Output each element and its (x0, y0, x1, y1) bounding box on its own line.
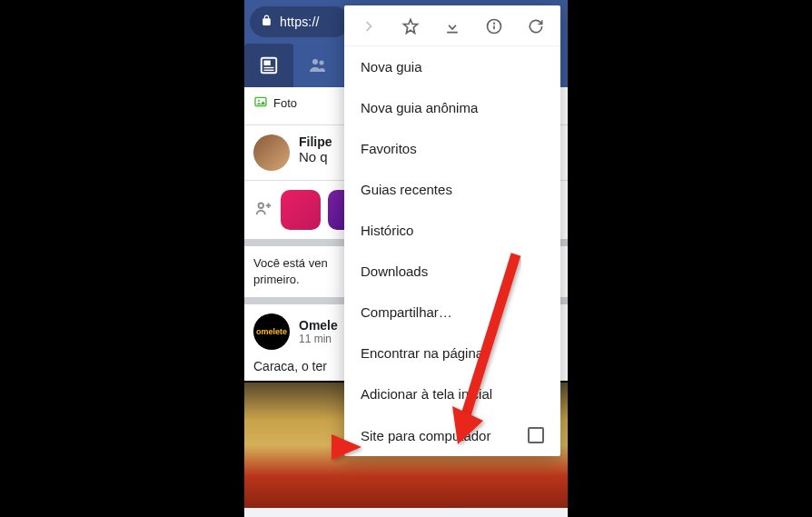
svg-point-4 (312, 59, 318, 65)
star-icon[interactable] (401, 16, 421, 36)
menu-icon-row (344, 5, 560, 46)
friends-small-icon (253, 198, 273, 222)
avatar (253, 134, 290, 171)
desktop-site-checkbox[interactable] (528, 427, 544, 443)
composer-photo-label: Foto (273, 96, 297, 110)
svg-point-8 (259, 204, 264, 209)
page-time: 11 min (299, 333, 338, 345)
forward-icon[interactable] (359, 16, 379, 36)
svg-rect-1 (264, 61, 271, 66)
menu-recent-tabs[interactable]: Guias recentes (344, 169, 560, 210)
reload-icon[interactable] (526, 16, 546, 36)
menu-incognito-tab[interactable]: Nova guia anônima (344, 87, 560, 128)
chrome-menu: Nova guia Nova guia anônima Favoritos Gu… (344, 5, 560, 456)
menu-share[interactable]: Compartilhar… (344, 292, 560, 333)
menu-new-tab[interactable]: Nova guia (344, 46, 560, 87)
menu-downloads[interactable]: Downloads (344, 251, 560, 292)
tab-newsfeed[interactable] (244, 44, 293, 87)
lock-icon (261, 15, 272, 29)
tab-friends[interactable] (293, 44, 342, 87)
download-icon[interactable] (442, 16, 462, 36)
phone-screen: https:// Foto Filipe No q (244, 0, 568, 517)
svg-point-5 (320, 61, 324, 65)
page-avatar: omelete (253, 313, 290, 350)
url-box[interactable]: https:// (250, 6, 350, 37)
url-text: https:// (280, 15, 320, 29)
menu-add-to-homescreen[interactable]: Adicionar à tela inicial (344, 373, 560, 414)
svg-rect-3 (264, 70, 274, 71)
svg-point-13 (494, 23, 495, 24)
photo-icon (253, 94, 268, 112)
menu-find-in-page[interactable]: Encontrar na página (344, 333, 560, 373)
page-name: Omele (299, 318, 338, 333)
story-tile[interactable] (281, 190, 321, 230)
menu-history[interactable]: Histórico (344, 210, 560, 251)
menu-desktop-site[interactable]: Site para computador (344, 414, 560, 456)
svg-point-7 (258, 100, 260, 102)
info-icon[interactable] (484, 16, 504, 36)
svg-rect-2 (264, 67, 274, 68)
menu-bookmarks[interactable]: Favoritos (344, 128, 560, 169)
